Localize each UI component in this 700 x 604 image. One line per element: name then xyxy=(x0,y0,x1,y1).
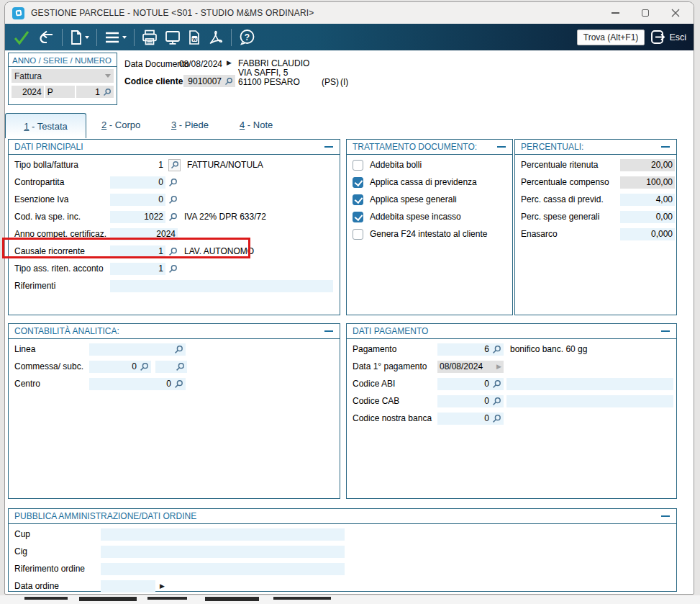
cup-field[interactable] xyxy=(101,528,345,541)
anno-field[interactable]: 2024 xyxy=(12,86,44,98)
abi-descrizione-field[interactable] xyxy=(506,378,673,390)
codice-cab-field[interactable]: 0 xyxy=(437,395,504,407)
lookup-icon[interactable] xyxy=(168,212,178,222)
codice-abi-field[interactable]: 0 xyxy=(437,378,504,390)
cab-descrizione-field[interactable] xyxy=(506,395,673,407)
tipo-ritenuta-field[interactable]: 1 xyxy=(110,263,165,275)
cig-field[interactable] xyxy=(101,546,345,558)
field-row: Pagamento 6 bonifico banc. 60 gg xyxy=(353,341,676,358)
panel-title: TRATTAMENTO DOCUMENTO: xyxy=(353,142,477,152)
serie-field[interactable]: P xyxy=(45,86,76,98)
new-document-button[interactable] xyxy=(66,27,93,48)
checkbox-spese-incasso[interactable] xyxy=(353,212,363,222)
percentuale-compenso-field[interactable]: 100,00 xyxy=(620,176,675,189)
centro-field[interactable]: 0 xyxy=(89,378,186,390)
checkbox-row: Applica cassa di previdenza xyxy=(353,173,512,191)
checkbox-addebita-bolli[interactable] xyxy=(353,160,363,171)
maximize-button[interactable] xyxy=(640,8,650,18)
collapse-icon[interactable] xyxy=(660,511,671,521)
close-button[interactable] xyxy=(671,8,681,18)
new-document-icon xyxy=(70,30,83,45)
date-picker-arrow-icon[interactable]: ▶ xyxy=(227,60,232,66)
numero-field[interactable]: 1 xyxy=(76,86,114,98)
panel-percentuali: PERCENTUALI: Percentuale ritenuta 20,00 … xyxy=(514,139,677,315)
field-row: Codice ABI 0 xyxy=(353,375,676,392)
lookup-icon[interactable] xyxy=(174,345,183,354)
undo-icon xyxy=(37,30,55,45)
enasarco-field[interactable]: 0,000 xyxy=(620,228,675,240)
date-picker-arrow-icon[interactable]: ▶ xyxy=(496,364,501,370)
find-button[interactable]: Trova (Alt+F1) xyxy=(577,30,645,45)
lookup-icon[interactable] xyxy=(168,247,178,256)
lookup-icon[interactable] xyxy=(492,397,501,406)
menu-button[interactable] xyxy=(101,27,130,48)
lookup-icon[interactable] xyxy=(492,414,501,423)
pdf-export-button[interactable] xyxy=(204,27,227,48)
tab-testata[interactable]: 1 - Testata xyxy=(5,113,86,138)
perc-spese-generali-field[interactable]: 0,00 xyxy=(620,211,675,223)
screen-preview-button[interactable] xyxy=(161,27,184,48)
exit-button[interactable]: Esci xyxy=(650,30,689,45)
data-primo-pagamento-field[interactable]: 08/08/2024 ▶ xyxy=(437,361,504,373)
pagamento-field[interactable]: 6 xyxy=(437,343,504,356)
cod-iva-field[interactable]: 1022 xyxy=(110,211,165,223)
data-ordine-field[interactable] xyxy=(101,580,155,592)
confirm-button[interactable] xyxy=(9,27,34,48)
dropdown-caret-icon xyxy=(122,36,127,39)
checkbox-cassa-previdenza[interactable] xyxy=(353,177,363,188)
document-type-value: Fattura xyxy=(14,71,42,81)
tab-corpo[interactable]: 2 - Corpo xyxy=(101,120,140,130)
lookup-icon[interactable] xyxy=(168,264,178,274)
contropartita-field[interactable]: 0 xyxy=(110,176,165,189)
print-button[interactable] xyxy=(138,27,161,48)
causale-ricorrente-field[interactable]: 1 xyxy=(110,245,165,258)
help-button[interactable]: ? xyxy=(235,27,259,48)
date-picker-arrow-icon[interactable]: ▶ xyxy=(160,583,165,590)
checkbox-spese-generali[interactable] xyxy=(353,194,363,205)
lookup-icon[interactable] xyxy=(168,178,178,187)
lookup-icon[interactable] xyxy=(174,379,183,389)
perc-cassa-previdenza-field[interactable]: 4,00 xyxy=(620,194,675,206)
lookup-icon[interactable] xyxy=(492,379,501,389)
field-row: Codice nostra banca 0 xyxy=(353,410,676,427)
codice-cliente-field[interactable]: 9010007 xyxy=(183,75,235,87)
panel-pubblica-amministrazione: PUBBLICA AMMINISTRAZIONE/DATI ORDINE Cup… xyxy=(8,508,677,592)
panel-title: PUBBLICA AMMINISTRAZIONE/DATI ORDINE xyxy=(14,511,196,521)
lookup-icon[interactable] xyxy=(168,195,178,204)
tab-note[interactable]: 4 - Note xyxy=(240,120,273,130)
subcommessa-field[interactable] xyxy=(155,361,187,373)
collapse-icon[interactable] xyxy=(324,326,334,336)
codice-nostra-banca-field[interactable]: 0 xyxy=(437,413,504,425)
data-documento-value[interactable]: 08/08/2024 xyxy=(166,59,222,69)
lookup-icon[interactable] xyxy=(140,362,149,371)
panel-dati-pagamento: DATI PAGAMENTO Pagamento 6 bonifico banc… xyxy=(346,323,677,499)
undo-button[interactable] xyxy=(34,27,58,48)
commessa-field[interactable]: 0 xyxy=(89,361,151,373)
field-row: Riferimento ordine xyxy=(14,560,676,577)
lookup-icon[interactable] xyxy=(492,345,501,354)
riferimenti-field[interactable] xyxy=(110,280,333,292)
collapse-icon[interactable] xyxy=(496,142,506,152)
tipo-bolla-field[interactable]: 1 xyxy=(110,159,165,171)
percentuale-ritenuta-field[interactable]: 20,00 xyxy=(620,159,675,171)
lookup-icon[interactable] xyxy=(224,77,233,86)
collapse-icon[interactable] xyxy=(660,142,671,152)
lookup-icon[interactable] xyxy=(168,159,181,171)
svg-text:?: ? xyxy=(245,32,250,42)
tab-piede[interactable]: 3 - Piede xyxy=(171,120,209,130)
field-row: Cod. iva spe. inc. 1022 IVA 22% DPR 633/… xyxy=(14,208,340,225)
esenzione-iva-field[interactable]: 0 xyxy=(110,194,165,206)
anno-competenza-field[interactable]: 2024 xyxy=(110,228,178,240)
word-export-button[interactable]: w xyxy=(184,27,204,48)
minimize-button[interactable] xyxy=(610,8,620,18)
collapse-icon[interactable] xyxy=(660,326,671,336)
lookup-icon[interactable] xyxy=(103,88,112,96)
field-row: Anno compet. certificaz. 2024 xyxy=(14,225,340,243)
checkbox-genera-f24[interactable] xyxy=(353,229,363,240)
riferimento-ordine-field[interactable] xyxy=(101,563,345,575)
lookup-icon[interactable] xyxy=(176,362,185,371)
panel-title: PERCENTUALI: xyxy=(521,142,583,152)
linea-field[interactable] xyxy=(89,343,186,356)
document-type-dropdown[interactable]: Fattura xyxy=(12,69,114,83)
collapse-icon[interactable] xyxy=(324,142,334,152)
